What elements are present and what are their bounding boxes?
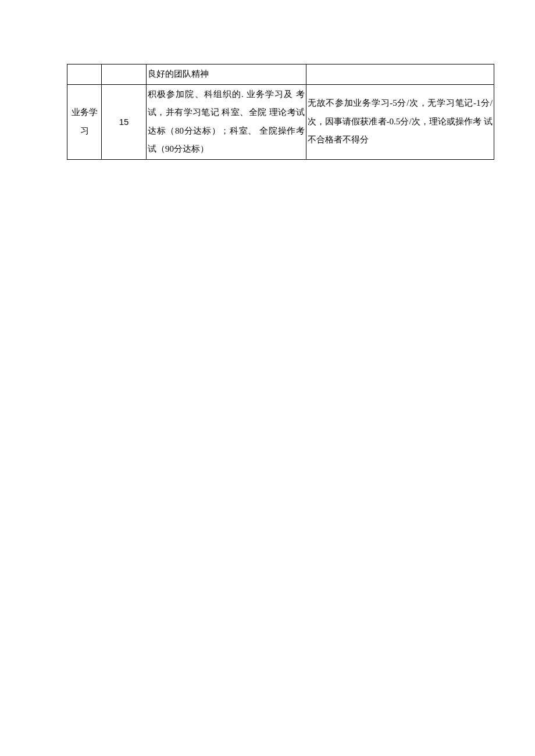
score-cell [102, 65, 147, 85]
document-page: 良好的团队精神 业务学习 15 积极参加院、科组织的. 业务学习及 考 试，并有… [0, 0, 535, 160]
evaluation-table: 良好的团队精神 业务学习 15 积极参加院、科组织的. 业务学习及 考 试，并有… [67, 64, 494, 160]
table-row: 良好的团队精神 [67, 65, 494, 85]
criteria-cell: 积极参加院、科组织的. 业务学习及 考 试，并有学习笔记 科室、全院 理论考试达… [147, 84, 306, 159]
deduction-cell: 无故不参加业务学习-5分/次，无学习笔记-1分/ 次，因事请假获准者-0.5分/… [306, 84, 494, 159]
criteria-cell: 良好的团队精神 [147, 65, 306, 85]
score-cell: 15 [102, 84, 147, 159]
table-row: 业务学习 15 积极参加院、科组织的. 业务学习及 考 试，并有学习笔记 科室、… [67, 84, 494, 159]
deduction-cell [306, 65, 494, 85]
category-cell: 业务学习 [67, 84, 102, 159]
category-cell [67, 65, 102, 85]
